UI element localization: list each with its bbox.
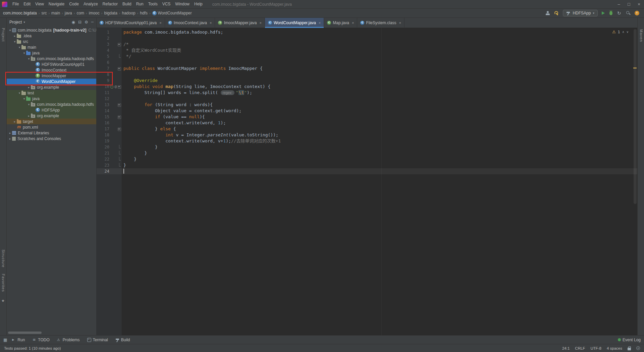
hector-inspections-icon[interactable] (636, 346, 640, 350)
tree-expand-icon[interactable]: ▸ (13, 34, 17, 38)
tool-window-todo[interactable]: TODO (32, 338, 49, 342)
search-icon[interactable] (626, 11, 631, 15)
tab-imoocmapper-java[interactable]: IImoocMapper.java× (215, 18, 265, 28)
fold-toggle-icon[interactable] (117, 150, 121, 156)
hide-panel-icon[interactable]: ─ (91, 20, 94, 25)
tool-stripe-structure[interactable]: Structure (1, 250, 5, 268)
menu-item-code[interactable]: Code (67, 0, 81, 8)
status-message[interactable]: Tests passed: 1 (10 minutes ago) (4, 346, 61, 350)
tab-close-icon[interactable]: × (210, 21, 212, 25)
menu-item-build[interactable]: Build (120, 0, 134, 8)
fold-toggle-icon[interactable] (117, 41, 121, 47)
fold-toggle-icon[interactable] (117, 114, 121, 120)
tool-window-event-log[interactable]: Event Log (618, 338, 641, 342)
readonly-lock-icon[interactable] (628, 348, 631, 350)
settings-gear-icon[interactable]: ⚙ (85, 20, 88, 25)
menu-item-analyze[interactable]: Analyze (81, 0, 100, 8)
run-icon[interactable] (602, 11, 605, 15)
tool-window-switcher-icon[interactable]: ▦ (3, 338, 7, 342)
tree-expand-icon[interactable]: ▸ (27, 86, 31, 89)
tool-window-terminal[interactable]: Terminal (87, 338, 108, 342)
tree-item-wordcountmapper[interactable]: CWordCountMapper (7, 79, 96, 84)
tree-collapse-icon[interactable]: ▾ (22, 97, 26, 100)
menu-item-edit[interactable]: Edit (21, 0, 33, 8)
tree-collapse-icon[interactable]: ▾ (17, 91, 21, 95)
fold-toggle-icon[interactable] (117, 84, 121, 90)
menu-item-file[interactable]: File (10, 0, 21, 8)
tree-collapse-icon[interactable]: ▾ (8, 29, 12, 32)
breadcrumb-item-java[interactable]: java (64, 11, 72, 15)
menu-item-run[interactable]: Run (134, 0, 146, 8)
tree-item-hdfsapp[interactable]: CHDFSApp (7, 107, 96, 113)
tree-item-imooccontext[interactable]: CImoocContext (7, 67, 96, 73)
run-configuration-select[interactable]: HDFSApp ▾ (563, 10, 598, 16)
locate-file-icon[interactable]: ◉ (71, 20, 75, 25)
tree-expand-icon[interactable]: ▸ (8, 137, 12, 140)
editor[interactable]: 1package com.imooc.bigdata.hadoop.hdfs;2… (97, 28, 637, 335)
tool-stripe-favorites[interactable]: Favorites (1, 274, 5, 292)
fold-toggle-icon[interactable] (117, 53, 121, 59)
tree-item-imoocmapper[interactable]: IImoocMapper (7, 73, 96, 79)
menu-item-tools[interactable]: Tools (146, 0, 160, 8)
breadcrumb-item-main[interactable]: main (51, 11, 60, 15)
tool-stripe-project[interactable]: Project (1, 28, 5, 42)
restart-icon[interactable] (617, 11, 622, 15)
menu-item-vcs[interactable]: VCS (160, 0, 173, 8)
project-horizontal-scrollbar[interactable] (8, 332, 42, 334)
collapse-all-icon[interactable]: ⊟ (78, 20, 82, 25)
fold-toggle-icon[interactable] (117, 156, 121, 162)
tree-expand-icon[interactable]: ▸ (8, 131, 12, 135)
breadcrumb-item-wordcountmapper[interactable]: CWordCountMapper (152, 11, 192, 15)
update-icon[interactable] (635, 11, 639, 15)
caret-position[interactable]: 24:1 (562, 346, 570, 350)
inspections-widget[interactable]: ⚠ 1 ∧ ∨ (612, 30, 629, 34)
tree-collapse-icon[interactable]: ▾ (27, 103, 31, 106)
editor-scrollbar[interactable] (634, 29, 637, 204)
profile-icon[interactable] (545, 11, 550, 15)
tree-item-scratches-and-consoles[interactable]: ▸Scratches and Consoles (7, 136, 96, 141)
fold-toggle-icon[interactable] (117, 162, 121, 168)
tree-item-java[interactable]: ▾java (7, 96, 96, 101)
maximize-button[interactable]: □ (624, 0, 634, 8)
tree-item-org-example[interactable]: ▸org.example (7, 84, 96, 90)
tree-item-test[interactable]: ▾test (7, 90, 96, 96)
tree-item-pom-xml[interactable]: mpom.xml (7, 124, 96, 130)
fold-toggle-icon[interactable] (117, 102, 121, 108)
file-encoding[interactable]: UTF-8 (590, 346, 601, 350)
tool-window-build[interactable]: Build (115, 338, 130, 342)
breadcrumb-item-bigdata[interactable]: bigdata (104, 11, 117, 15)
close-button[interactable]: × (634, 0, 644, 8)
tree-collapse-icon[interactable]: ▾ (22, 51, 26, 55)
tree-item-src[interactable]: ▾src (7, 39, 96, 44)
tree-item-com-imooc-bigdata-hadoop-hdfs[interactable]: ▾com.imooc.bigdata.hadoop.hdfs (7, 101, 96, 107)
tree-collapse-icon[interactable]: ▾ (27, 57, 31, 60)
tree-expand-icon[interactable]: ▸ (13, 120, 17, 123)
tab-wordcountmapper-java[interactable]: CWordCountMapper.java× (265, 18, 324, 28)
tab-close-icon[interactable]: × (159, 21, 161, 25)
fold-toggle-icon[interactable] (117, 65, 121, 72)
tab-imooccontext-java[interactable]: CImoocContext.java× (165, 18, 215, 28)
tree-item-idea[interactable]: ▸.idea (7, 33, 96, 39)
tab-close-icon[interactable]: × (319, 21, 321, 25)
line-separator[interactable]: CRLF (575, 346, 585, 350)
tree-item-target[interactable]: ▸target (7, 119, 96, 124)
tab-hdfswordcountapp01-java[interactable]: CHDFSWordCountApp01.java× (97, 18, 165, 28)
prev-item-icon[interactable]: ∧ (622, 30, 625, 34)
tool-stripe-maven[interactable]: Maven (639, 29, 643, 42)
fold-toggle-icon[interactable] (117, 126, 121, 132)
menu-item-view[interactable]: View (33, 0, 46, 8)
tree-item-main[interactable]: ▾main (7, 44, 96, 50)
breadcrumb-item-com-imooc-bigdata[interactable]: com.imooc.bigdata (3, 11, 37, 15)
tool-window-run[interactable]: Run (12, 338, 25, 342)
menu-item-refactor[interactable]: Refactor (100, 0, 120, 8)
breadcrumb-item-src[interactable]: src (41, 11, 47, 15)
menu-item-navigate[interactable]: Navigate (46, 0, 67, 8)
menu-item-help[interactable]: Help (192, 0, 205, 8)
tree-item-com-imooc-bigdata-hadoop-hdfs[interactable]: ▾com.imooc.bigdata.hadoop.hdfs (7, 56, 96, 61)
tree-collapse-icon[interactable]: ▾ (17, 46, 21, 49)
breadcrumb-item-hdfs[interactable]: hdfs (140, 11, 148, 15)
breadcrumb-item-com[interactable]: com (76, 11, 85, 15)
next-item-icon[interactable]: ∨ (626, 30, 629, 34)
tab-close-icon[interactable]: × (260, 21, 262, 25)
tab-filesystem-class[interactable]: CFileSystem.class× (357, 18, 404, 28)
